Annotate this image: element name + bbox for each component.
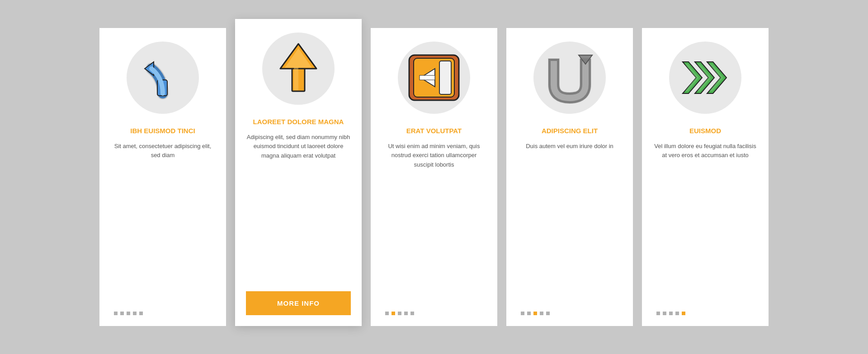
dot	[133, 312, 137, 315]
dot	[540, 312, 543, 315]
fast-forward-arrows-icon	[676, 57, 735, 98]
u-turn-arrow-icon	[542, 51, 597, 105]
cards-container: IBH EUISMOD TINCI Sit amet, consectetuer…	[68, 10, 800, 344]
icon-circle-3	[398, 42, 470, 114]
dot	[398, 312, 401, 315]
up-arrow-icon	[276, 42, 321, 96]
left-turn-arrow-icon	[138, 53, 188, 102]
dot	[127, 312, 130, 315]
icon-circle-5	[669, 42, 741, 114]
card-1-title: IBH EUISMOD TINCI	[130, 126, 195, 135]
dot	[114, 312, 118, 315]
svg-rect-10	[420, 75, 435, 80]
dot	[385, 312, 389, 315]
card-3-dots	[382, 312, 414, 315]
dot	[669, 312, 673, 315]
dot	[527, 312, 531, 315]
card-1: IBH EUISMOD TINCI Sit amet, consectetuer…	[99, 28, 226, 326]
dot	[533, 312, 537, 315]
card-4: ADIPISCING ELIT Duis autem vel eum iriur…	[506, 28, 633, 326]
card-2-title: LAOREET DOLORE MAGNA	[253, 117, 344, 126]
dot	[546, 312, 550, 315]
enter-door-arrow-icon	[407, 53, 461, 102]
card-2-text: Adipiscing elit, sed diam nonummy nibh e…	[246, 133, 351, 283]
dot	[675, 312, 679, 315]
card-3: ERAT VOLUTPAT Ut wisi enim ad minim veni…	[371, 28, 497, 326]
more-info-button[interactable]: MORE INFO	[246, 291, 351, 315]
icon-circle-1	[127, 42, 199, 114]
dot	[521, 312, 524, 315]
card-4-title: ADIPISCING ELIT	[542, 126, 598, 135]
card-1-dots	[110, 312, 143, 315]
icon-circle-2	[262, 33, 335, 105]
card-1-text: Sit amet, consectetuer adipiscing elit, …	[110, 142, 215, 301]
card-5-title: EUISMOD	[689, 126, 721, 135]
card-3-title: ERAT VOLUTPAT	[406, 126, 462, 135]
dot	[656, 312, 660, 315]
dot	[392, 312, 395, 315]
card-4-dots	[517, 312, 550, 315]
card-3-text: Ut wisi enim ad minim veniam, quis nostr…	[382, 142, 486, 301]
card-5-text: Vel illum dolore eu feugiat nulla facili…	[653, 142, 758, 301]
card-4-text: Duis autem vel eum iriure dolor in	[526, 142, 613, 301]
dot	[120, 312, 124, 315]
card-2: LAOREET DOLORE MAGNA Adipiscing elit, se…	[235, 19, 362, 326]
icon-circle-4	[533, 42, 606, 114]
card-5-dots	[653, 312, 685, 315]
dot	[404, 312, 408, 315]
svg-rect-8	[439, 61, 451, 94]
dot	[663, 312, 666, 315]
dot	[410, 312, 414, 315]
svg-rect-5	[294, 67, 298, 90]
dot	[139, 312, 143, 315]
dot	[682, 312, 685, 315]
card-5: EUISMOD Vel illum dolore eu feugiat null…	[642, 28, 769, 326]
